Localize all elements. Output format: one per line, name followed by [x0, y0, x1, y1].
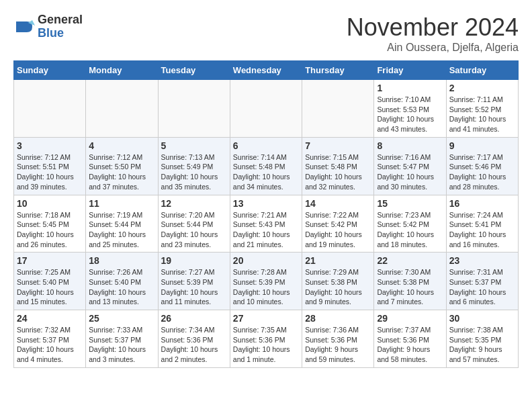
day-info: Sunrise: 7:22 AM Sunset: 5:42 PM Dayligh… [305, 210, 371, 250]
day-number: 18 [89, 255, 154, 266]
table-row: 19Sunrise: 7:27 AM Sunset: 5:39 PM Dayli… [158, 253, 230, 310]
table-row: 20Sunrise: 7:28 AM Sunset: 5:39 PM Dayli… [230, 253, 302, 310]
table-row: 24Sunrise: 7:32 AM Sunset: 5:37 PM Dayli… [14, 310, 86, 368]
day-info: Sunrise: 7:34 AM Sunset: 5:36 PM Dayligh… [161, 325, 227, 365]
day-info: Sunrise: 7:10 AM Sunset: 5:53 PM Dayligh… [377, 95, 443, 134]
day-info: Sunrise: 7:35 AM Sunset: 5:36 PM Dayligh… [233, 325, 299, 365]
table-row: 15Sunrise: 7:23 AM Sunset: 5:42 PM Dayli… [374, 195, 446, 253]
day-info: Sunrise: 7:12 AM Sunset: 5:51 PM Dayligh… [17, 152, 83, 192]
day-info: Sunrise: 7:25 AM Sunset: 5:40 PM Dayligh… [17, 267, 83, 307]
table-row [14, 80, 86, 138]
day-number: 12 [161, 198, 227, 209]
table-row: 22Sunrise: 7:30 AM Sunset: 5:38 PM Dayli… [374, 253, 446, 310]
day-info: Sunrise: 7:16 AM Sunset: 5:47 PM Dayligh… [377, 152, 443, 192]
day-number: 23 [449, 255, 515, 266]
day-number: 30 [449, 313, 515, 324]
day-info: Sunrise: 7:12 AM Sunset: 5:50 PM Dayligh… [89, 152, 154, 192]
table-row: 30Sunrise: 7:38 AM Sunset: 5:35 PM Dayli… [446, 310, 518, 368]
table-row [302, 80, 374, 138]
day-number: 10 [17, 198, 83, 209]
header-sunday: Sunday [14, 61, 86, 80]
table-row: 13Sunrise: 7:21 AM Sunset: 5:43 PM Dayli… [230, 195, 302, 253]
day-info: Sunrise: 7:28 AM Sunset: 5:39 PM Dayligh… [233, 267, 299, 307]
location-subtitle: Ain Oussera, Djelfa, Algeria [347, 42, 519, 54]
logo: General Blue [13, 13, 83, 40]
table-row: 7Sunrise: 7:15 AM Sunset: 5:48 PM Daylig… [302, 137, 374, 195]
header-tuesday: Tuesday [158, 61, 230, 80]
day-number: 11 [89, 198, 154, 209]
calendar-week-row: 3Sunrise: 7:12 AM Sunset: 5:51 PM Daylig… [14, 137, 519, 195]
table-row: 4Sunrise: 7:12 AM Sunset: 5:50 PM Daylig… [86, 137, 158, 195]
calendar-week-row: 10Sunrise: 7:18 AM Sunset: 5:45 PM Dayli… [14, 195, 519, 253]
table-row: 9Sunrise: 7:17 AM Sunset: 5:46 PM Daylig… [446, 137, 518, 195]
day-info: Sunrise: 7:24 AM Sunset: 5:41 PM Dayligh… [449, 210, 515, 250]
page-header: General Blue November 2024 Ain Oussera, … [13, 13, 519, 54]
calendar-week-row: 24Sunrise: 7:32 AM Sunset: 5:37 PM Dayli… [14, 310, 519, 368]
day-info: Sunrise: 7:33 AM Sunset: 5:37 PM Dayligh… [89, 325, 154, 365]
day-number: 29 [377, 313, 443, 324]
table-row: 12Sunrise: 7:20 AM Sunset: 5:44 PM Dayli… [158, 195, 230, 253]
month-title: November 2024 [347, 13, 519, 42]
logo-blue: Blue [38, 27, 83, 40]
day-info: Sunrise: 7:37 AM Sunset: 5:36 PM Dayligh… [377, 325, 443, 365]
day-number: 4 [89, 140, 154, 151]
table-row: 10Sunrise: 7:18 AM Sunset: 5:45 PM Dayli… [14, 195, 86, 253]
table-row: 14Sunrise: 7:22 AM Sunset: 5:42 PM Dayli… [302, 195, 374, 253]
day-number: 1 [377, 83, 443, 93]
title-area: November 2024 Ain Oussera, Djelfa, Alger… [347, 13, 519, 54]
day-number: 27 [233, 313, 299, 324]
day-info: Sunrise: 7:31 AM Sunset: 5:37 PM Dayligh… [449, 267, 515, 307]
table-row: 29Sunrise: 7:37 AM Sunset: 5:36 PM Dayli… [374, 310, 446, 368]
day-number: 25 [89, 313, 154, 324]
day-number: 28 [305, 313, 371, 324]
day-number: 13 [233, 198, 299, 209]
day-number: 17 [17, 255, 83, 266]
day-number: 2 [449, 83, 515, 93]
day-number: 8 [377, 140, 443, 151]
day-number: 19 [161, 255, 227, 266]
day-info: Sunrise: 7:27 AM Sunset: 5:39 PM Dayligh… [161, 267, 227, 307]
header-saturday: Saturday [446, 61, 518, 80]
day-number: 16 [449, 198, 515, 209]
day-number: 24 [17, 313, 83, 324]
day-info: Sunrise: 7:32 AM Sunset: 5:37 PM Dayligh… [17, 325, 83, 365]
day-number: 22 [377, 255, 443, 266]
table-row: 1Sunrise: 7:10 AM Sunset: 5:53 PM Daylig… [374, 80, 446, 138]
table-row: 2Sunrise: 7:11 AM Sunset: 5:52 PM Daylig… [446, 80, 518, 138]
table-row: 3Sunrise: 7:12 AM Sunset: 5:51 PM Daylig… [14, 137, 86, 195]
table-row: 21Sunrise: 7:29 AM Sunset: 5:38 PM Dayli… [302, 253, 374, 310]
table-row: 16Sunrise: 7:24 AM Sunset: 5:41 PM Dayli… [446, 195, 518, 253]
day-number: 9 [449, 140, 515, 151]
table-row: 8Sunrise: 7:16 AM Sunset: 5:47 PM Daylig… [374, 137, 446, 195]
weekday-header-row: Sunday Monday Tuesday Wednesday Thursday… [14, 61, 519, 80]
day-info: Sunrise: 7:26 AM Sunset: 5:40 PM Dayligh… [89, 267, 154, 307]
calendar-week-row: 17Sunrise: 7:25 AM Sunset: 5:40 PM Dayli… [14, 253, 519, 310]
header-monday: Monday [86, 61, 158, 80]
day-info: Sunrise: 7:18 AM Sunset: 5:45 PM Dayligh… [17, 210, 83, 250]
day-info: Sunrise: 7:11 AM Sunset: 5:52 PM Dayligh… [449, 95, 515, 134]
logo-general: General [38, 13, 83, 27]
day-number: 14 [305, 198, 371, 209]
table-row [86, 80, 158, 138]
table-row: 17Sunrise: 7:25 AM Sunset: 5:40 PM Dayli… [14, 253, 86, 310]
day-number: 20 [233, 255, 299, 266]
day-info: Sunrise: 7:30 AM Sunset: 5:38 PM Dayligh… [377, 267, 443, 307]
day-info: Sunrise: 7:36 AM Sunset: 5:36 PM Dayligh… [305, 325, 371, 365]
table-row: 5Sunrise: 7:13 AM Sunset: 5:49 PM Daylig… [158, 137, 230, 195]
table-row: 11Sunrise: 7:19 AM Sunset: 5:44 PM Dayli… [86, 195, 158, 253]
day-info: Sunrise: 7:23 AM Sunset: 5:42 PM Dayligh… [377, 210, 443, 250]
table-row: 26Sunrise: 7:34 AM Sunset: 5:36 PM Dayli… [158, 310, 230, 368]
calendar-table: Sunday Monday Tuesday Wednesday Thursday… [13, 60, 519, 368]
table-row: 27Sunrise: 7:35 AM Sunset: 5:36 PM Dayli… [230, 310, 302, 368]
header-wednesday: Wednesday [230, 61, 302, 80]
day-info: Sunrise: 7:15 AM Sunset: 5:48 PM Dayligh… [305, 152, 371, 192]
day-number: 7 [305, 140, 371, 151]
calendar-week-row: 1Sunrise: 7:10 AM Sunset: 5:53 PM Daylig… [14, 80, 519, 138]
table-row: 18Sunrise: 7:26 AM Sunset: 5:40 PM Dayli… [86, 253, 158, 310]
day-info: Sunrise: 7:21 AM Sunset: 5:43 PM Dayligh… [233, 210, 299, 250]
day-info: Sunrise: 7:14 AM Sunset: 5:48 PM Dayligh… [233, 152, 299, 192]
day-number: 15 [377, 198, 443, 209]
day-number: 26 [161, 313, 227, 324]
header-thursday: Thursday [302, 61, 374, 80]
table-row: 25Sunrise: 7:33 AM Sunset: 5:37 PM Dayli… [86, 310, 158, 368]
